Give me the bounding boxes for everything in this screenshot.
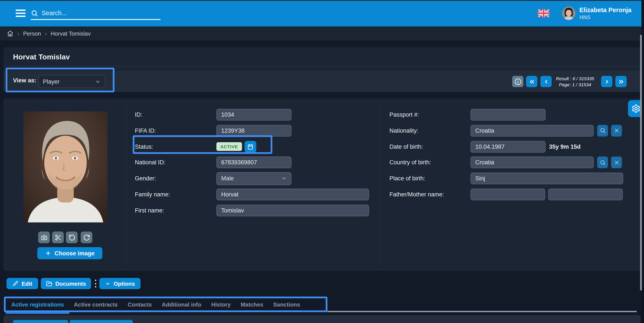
tabbar-bottom-line [328, 311, 637, 312]
family-name-input[interactable] [216, 188, 369, 200]
field-row-nationality: Nationality: [390, 125, 622, 136]
column-divider [380, 104, 380, 266]
scissors-icon [54, 234, 61, 241]
id-label: ID: [135, 112, 216, 118]
field-row-country-of-birth: Country of birth: [390, 157, 622, 168]
pagination-status: Result : 6 / 315335 Page: 1 / 31534 [552, 76, 598, 88]
breadcrumb: › Person › Horvat Tomislav [0, 26, 644, 41]
person-photo[interactable] [24, 112, 108, 222]
breadcrumb-separator: › [45, 30, 47, 37]
view-as-value: Player [43, 78, 60, 85]
passport-label: Passport #: [390, 112, 470, 118]
mother-name-input[interactable] [548, 188, 623, 200]
more-actions-dots[interactable] [95, 280, 97, 288]
partial-button[interactable] [13, 320, 68, 323]
parents-label: Father/Mother name: [390, 191, 470, 198]
breadcrumb-item-person[interactable]: Person [23, 30, 41, 37]
search-input[interactable] [42, 10, 160, 16]
gender-value: Male [221, 175, 234, 182]
date-of-birth-label: Date of birth: [390, 143, 470, 150]
national-id-input[interactable] [216, 157, 292, 168]
fifa-id-input[interactable] [216, 125, 292, 136]
top-edge-line [0, 0, 644, 1]
id-input[interactable] [216, 109, 292, 120]
field-row-passport: Passport #: [390, 109, 546, 120]
chevron-down-icon [105, 281, 110, 286]
user-avatar[interactable] [562, 6, 576, 20]
place-of-birth-input[interactable] [470, 172, 623, 184]
status-badge: ACTIVE [216, 142, 242, 151]
home-icon[interactable] [7, 30, 14, 37]
user-name[interactable]: Elizabeta Peronja [580, 6, 632, 14]
place-of-birth-label: Place of birth: [390, 175, 470, 182]
edit-button[interactable]: Edit [6, 278, 38, 289]
nationality-input[interactable] [470, 125, 594, 136]
tab-content-card [4, 315, 640, 323]
gender-select[interactable]: Male [216, 172, 292, 185]
first-page-button[interactable] [526, 76, 537, 87]
take-photo-button[interactable] [38, 232, 50, 243]
next-page-button[interactable] [601, 76, 612, 87]
close-icon [614, 160, 620, 166]
scrollbar-thumb[interactable] [640, 35, 642, 290]
field-row-status: Status: ACTIVE [135, 141, 256, 152]
father-name-input[interactable] [470, 188, 545, 200]
close-icon [614, 128, 620, 134]
country-search-button[interactable] [597, 157, 608, 168]
camera-icon [40, 234, 48, 241]
language-flag-uk-icon[interactable] [538, 9, 550, 17]
nationality-search-button[interactable] [597, 125, 608, 136]
tab-sanctions[interactable]: Sanctions [273, 301, 300, 308]
country-clear-button[interactable] [611, 157, 622, 168]
title-divider [4, 66, 640, 66]
nationality-label: Nationality: [390, 128, 470, 134]
options-button[interactable]: Options [99, 278, 140, 289]
info-button[interactable] [512, 76, 524, 87]
last-page-button[interactable] [616, 76, 627, 87]
title-card: Horvat Tomislav View as: Player Result :… [4, 47, 640, 92]
page-count: Page: 1 / 31534 [552, 82, 598, 88]
tab-additional-info[interactable]: Additional info [162, 301, 201, 308]
field-row-family-name: Family name: [135, 188, 369, 200]
chevron-down-icon [95, 79, 100, 84]
person-details-card: Choose image ID: FIFA ID: Status: ACTIVE… [4, 98, 640, 271]
fifa-id-label: FIFA ID: [135, 128, 216, 134]
rotate-left-button[interactable] [66, 232, 78, 243]
folder-open-icon [46, 280, 52, 287]
field-row-place-of-birth: Place of birth: [390, 172, 623, 184]
calendar-icon [247, 143, 254, 150]
choose-image-button[interactable]: Choose image [37, 247, 102, 259]
tab-contacts[interactable]: Contacts [128, 301, 152, 308]
tab-active-registrations[interactable]: Active registrations [11, 301, 64, 308]
breadcrumb-separator: › [17, 30, 19, 37]
prev-page-button[interactable] [540, 76, 552, 87]
family-name-label: Family name: [135, 191, 216, 198]
first-name-input[interactable] [216, 205, 369, 216]
user-organization: HNS [580, 14, 590, 20]
tab-active-contracts[interactable]: Active contracts [74, 301, 118, 308]
search-icon [600, 128, 606, 134]
status-history-button[interactable] [244, 141, 256, 152]
date-of-birth-input[interactable] [470, 141, 546, 152]
nationality-clear-button[interactable] [611, 125, 622, 136]
field-row-id: ID: [135, 109, 292, 120]
pencil-icon [12, 280, 18, 286]
crop-photo-button[interactable] [52, 232, 64, 243]
rotate-right-button[interactable] [81, 232, 92, 243]
field-row-date-of-birth: Date of birth: 35y 9m 15d [390, 141, 581, 152]
hamburger-menu-icon[interactable] [16, 10, 26, 17]
passport-input[interactable] [470, 109, 546, 120]
view-as-label: View as: [13, 77, 36, 84]
country-of-birth-input[interactable] [470, 157, 594, 168]
rotate-ccw-icon [68, 234, 75, 241]
gender-label: Gender: [135, 175, 216, 182]
documents-button[interactable]: Documents [41, 278, 91, 289]
view-as-select[interactable]: Player [38, 75, 106, 88]
tab-history[interactable]: History [211, 301, 231, 308]
first-name-label: First name: [135, 207, 216, 214]
chevron-down-icon [281, 176, 287, 181]
top-navbar: Elizabeta Peronja HNS [0, 0, 644, 26]
tab-matches[interactable]: Matches [241, 301, 263, 308]
field-row-first-name: First name: [135, 205, 369, 216]
partial-button[interactable] [70, 320, 133, 323]
